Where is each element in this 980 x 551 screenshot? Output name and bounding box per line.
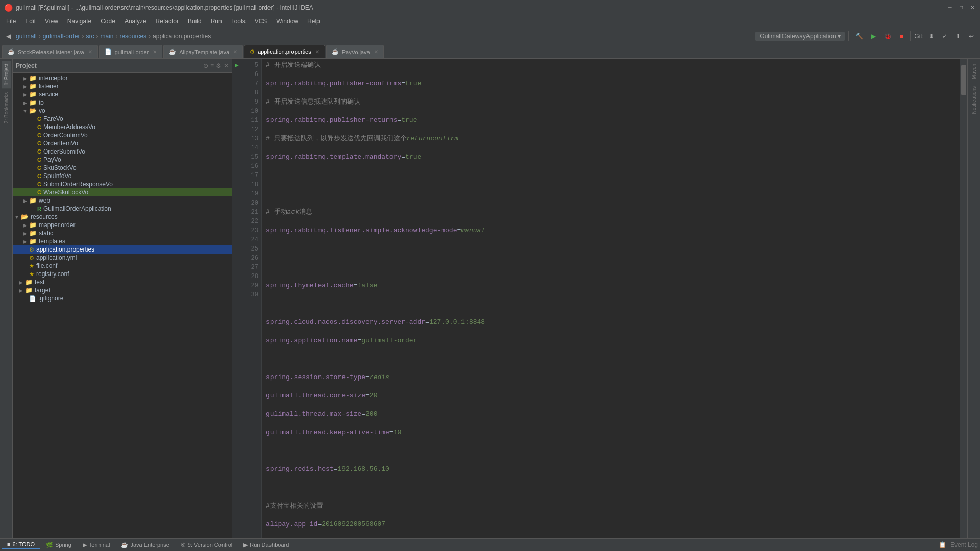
tree-item-file-conf[interactable]: ★ file.conf — [13, 262, 232, 270]
tree-item-gitignore[interactable]: 📄 .gitignore — [13, 294, 232, 303]
expand-arrow[interactable]: ▶ — [21, 239, 29, 244]
tree-item-service[interactable]: ▶ 📁 service — [13, 90, 232, 98]
minimize-button[interactable]: ─ — [946, 4, 953, 11]
tab-stock-release-listener[interactable]: ☕ StockReleaseListener.java ✕ — [2, 45, 98, 58]
stop-button[interactable]: ■ — [897, 32, 906, 41]
tree-item-test[interactable]: ▶ 📁 test — [13, 278, 232, 286]
tab-close-button[interactable]: ✕ — [88, 49, 92, 55]
menu-navigate[interactable]: Navigate — [63, 17, 95, 26]
menu-analyze[interactable]: Analyze — [120, 17, 151, 26]
bottom-tab-java-enterprise[interactable]: ☕ Java Enterprise — [116, 541, 174, 549]
file-tree[interactable]: ▶ 📁 interceptor ▶ 📁 listener ▶ 📁 service — [13, 73, 232, 538]
code-editor[interactable]: ▶ 5 6 7 8 9 10 11 12 13 14 15 16 17 18 1… — [232, 59, 967, 538]
breadcrumb-src[interactable]: src — [86, 33, 94, 40]
tree-item-web[interactable]: ▶ 📁 web — [13, 196, 232, 205]
tree-item-mapper-order[interactable]: ▶ 📁 mapper.order — [13, 221, 232, 229]
menu-view[interactable]: View — [41, 17, 62, 26]
run-config-selector[interactable]: GulimallGatewayApplication ▾ — [755, 32, 845, 41]
tab-application-properties[interactable]: ⚙ application.properties ✕ — [244, 45, 325, 58]
expand-arrow[interactable]: ▶ — [21, 222, 29, 228]
tree-item-spuinfovo[interactable]: C SpuInfoVo — [13, 172, 232, 180]
tab-payvo[interactable]: ☕ PayVo.java ✕ — [326, 45, 384, 58]
tree-item-resources[interactable]: ▼ 📂 resources — [13, 213, 232, 221]
git-revert[interactable]: ↩ — [966, 32, 977, 41]
collapse-all-button[interactable]: ≡ — [210, 62, 214, 69]
tree-item-listener[interactable]: ▶ 📁 listener — [13, 82, 232, 90]
menu-tools[interactable]: Tools — [227, 17, 250, 26]
close-button[interactable]: ✕ — [969, 4, 976, 11]
tree-item-target[interactable]: ▶ 📁 target — [13, 286, 232, 294]
tab-alipay-template[interactable]: ☕ AlipayTemplate.java ✕ — [163, 45, 243, 58]
tree-item-interceptor[interactable]: ▶ 📁 interceptor — [13, 74, 232, 82]
tree-item-farevo[interactable]: C FareVo — [13, 115, 232, 123]
tree-item-gulimallorderapplication[interactable]: R GulimallOrderApplication — [13, 205, 232, 213]
tree-item-skustockvo[interactable]: C SkuStockVo — [13, 164, 232, 172]
tree-item-templates[interactable]: ▶ 📁 templates — [13, 237, 232, 245]
tab-close-button[interactable]: ✕ — [315, 49, 320, 55]
bottom-tab-todo[interactable]: ≡ 6: TODO — [2, 540, 40, 549]
tree-item-registry-conf[interactable]: ★ registry.conf — [13, 270, 232, 278]
tree-item-ordersubmitvo[interactable]: C OrderSubmitVo — [13, 147, 232, 156]
tree-item-to[interactable]: ▶ 📁 to — [13, 98, 232, 107]
breadcrumb-current[interactable]: application.properties — [153, 33, 211, 40]
tree-item-static[interactable]: ▶ 📁 static — [13, 229, 232, 237]
tree-item-wareskulockvo[interactable]: C WareSkuLockVo — [13, 188, 232, 196]
tab-gulimall-order[interactable]: 📄 gulimall-order ✕ — [99, 45, 163, 58]
bottom-tab-terminal[interactable]: ▶ Terminal — [78, 541, 115, 549]
git-push[interactable]: ⬆ — [952, 32, 964, 41]
tree-item-submitorderresponsevo[interactable]: C SubmitOrderResponseVo — [13, 180, 232, 188]
tree-item-orderconfirmvo[interactable]: C OrderConfirmVo — [13, 131, 232, 139]
breadcrumb-gulimall[interactable]: gulimall — [16, 33, 37, 40]
tree-item-orderitemvo[interactable]: C OrderItemVo — [13, 139, 232, 147]
tree-item-application-properties[interactable]: ⚙ application.properties — [13, 245, 232, 254]
expand-arrow[interactable]: ▶ — [21, 84, 29, 89]
menu-vcs[interactable]: VCS — [251, 17, 272, 26]
vtab-project[interactable]: 1: Project — [2, 61, 11, 88]
menu-file[interactable]: File — [2, 17, 20, 26]
settings-button[interactable]: ⚙ — [216, 62, 222, 69]
expand-arrow[interactable]: ▶ — [21, 92, 29, 97]
hide-button[interactable]: ✕ — [224, 62, 229, 69]
expand-arrow[interactable]: ▶ — [21, 76, 29, 81]
menu-run[interactable]: Run — [207, 17, 226, 26]
expand-arrow[interactable]: ▼ — [13, 214, 21, 220]
menu-window[interactable]: Window — [272, 17, 302, 26]
maximize-button[interactable]: □ — [958, 4, 965, 11]
vtab-maven[interactable]: Maven — [969, 61, 979, 82]
tree-item-memberaddressvo[interactable]: C MemberAddressVo — [13, 123, 232, 131]
expand-arrow[interactable]: ▶ — [21, 100, 29, 106]
expand-arrow[interactable]: ▶ — [17, 280, 25, 285]
vtab-bookmarks[interactable]: 2: Bookmarks — [2, 89, 11, 127]
scrollbar-thumb[interactable] — [961, 65, 966, 95]
tree-item-vo[interactable]: ▼ 📂 vo — [13, 107, 232, 115]
tab-close-button[interactable]: ✕ — [374, 49, 378, 55]
breadcrumb-resources[interactable]: resources — [119, 33, 146, 40]
tab-close-button[interactable]: ✕ — [153, 49, 157, 55]
event-log[interactable]: 📋 Event Log — [939, 541, 978, 548]
run-button[interactable]: ▶ — [868, 32, 879, 41]
vtab-notifications[interactable]: Notifications — [969, 83, 979, 117]
expand-arrow[interactable]: ▶ — [21, 231, 29, 236]
menu-build[interactable]: Build — [184, 17, 206, 26]
expand-arrow[interactable]: ▶ — [21, 198, 29, 204]
menu-code[interactable]: Code — [96, 17, 119, 26]
bottom-tab-spring[interactable]: 🌿 Spring — [41, 541, 77, 549]
bottom-tab-run-dashboard[interactable]: ▶ Run Dashboard — [238, 541, 294, 549]
menu-edit[interactable]: Edit — [21, 17, 40, 26]
code-area[interactable]: # 开启发送端确认 spring.rabbitmq.publisher-conf… — [262, 59, 960, 538]
breadcrumb-order[interactable]: gulimall-order — [43, 33, 80, 40]
bottom-tab-version-control[interactable]: ⑨ 9: Version Control — [176, 541, 237, 549]
breadcrumb-main[interactable]: main — [100, 33, 113, 40]
tree-item-application-yml[interactable]: ⚙ application.yml — [13, 254, 232, 262]
back-button[interactable]: ◀ — [3, 32, 14, 41]
git-commit[interactable]: ✓ — [939, 32, 950, 41]
debug-button[interactable]: 🐞 — [881, 32, 895, 41]
build-button[interactable]: 🔨 — [852, 32, 866, 41]
window-controls[interactable]: ─ □ ✕ — [946, 4, 976, 11]
locate-file-button[interactable]: ⊙ — [203, 62, 208, 69]
tab-close-button[interactable]: ✕ — [233, 49, 237, 55]
menu-help[interactable]: Help — [303, 17, 324, 26]
expand-arrow[interactable]: ▼ — [21, 108, 29, 114]
tree-item-payvo[interactable]: C PayVo — [13, 156, 232, 164]
expand-arrow[interactable]: ▶ — [17, 288, 25, 293]
